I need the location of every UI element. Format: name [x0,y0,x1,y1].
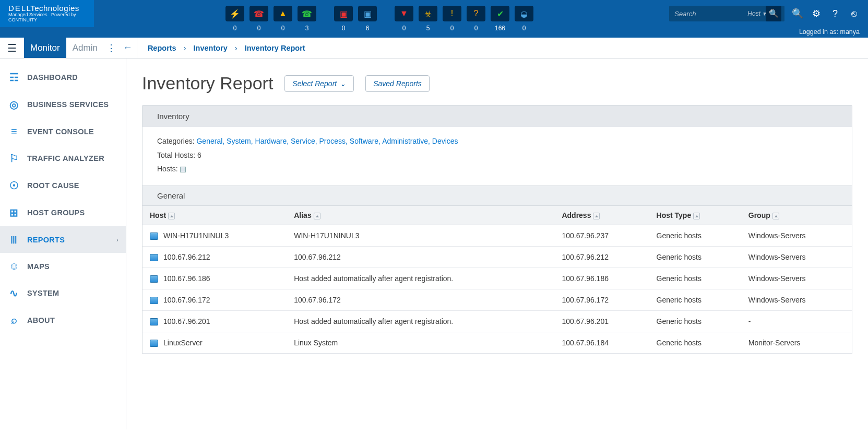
category-link[interactable]: System [227,137,251,145]
settings-icon[interactable]: ⚙ [811,8,822,19]
sidebar-item-reports[interactable]: ⫼REPORTS› [0,226,126,253]
inventory-table: HostAliasAddressHost TypeGroup WIN-H17U1… [142,205,852,354]
status-host-down-icon[interactable]: ▣0 [333,6,354,32]
tab-monitor[interactable]: Monitor [24,38,66,58]
sidebar-item-label: MAPS [27,262,50,271]
category-link[interactable]: Service [291,137,315,145]
sidebar-item-business-services[interactable]: ◎BUSINESS SERVICES [0,91,126,118]
status-phone-down-icon[interactable]: ☎0 [248,6,269,32]
hamburger-menu[interactable]: ☰ [0,38,24,58]
status-service-critical-icon[interactable]: ▼0 [394,6,414,32]
help-icon[interactable]: ? [829,8,841,19]
cell-group: Windows-Servers [741,268,852,289]
category-link[interactable]: Devices [432,137,458,145]
cell-address: 100.67.96.184 [554,332,649,353]
hosts-filter-icon[interactable] [180,167,186,172]
status-host-up-icon[interactable]: ▣6 [357,6,378,32]
sort-icon[interactable] [314,213,320,219]
sidebar-item-maps[interactable]: ☺MAPS [0,253,126,280]
sidebar-item-label: EVENT CONSOLE [27,127,94,136]
warning-icon: ▲ [274,6,292,21]
cell-host: LinuxServer [163,339,203,347]
col-host-type[interactable]: Host Type [649,205,741,225]
sort-icon[interactable] [772,213,779,219]
col-alias[interactable]: Alias [287,205,554,225]
sidebar-item-label: ABOUT [27,316,55,324]
table-row[interactable]: 100.67.96.186Host added automatically af… [142,268,852,289]
status-count: 6 [366,25,370,32]
sidebar-item-root-cause[interactable]: ☉ROOT CAUSE [0,172,126,199]
table-header-row: HostAliasAddressHost TypeGroup [142,205,852,225]
status-service-warn-icon[interactable]: ☣5 [418,6,438,32]
host-up-icon: ▣ [358,6,377,21]
status-ok-icon[interactable]: ✔166 [490,6,510,32]
cell-host-type: Generic hosts [649,289,741,310]
status-alert-icon[interactable]: !0 [442,6,462,32]
table-row[interactable]: 100.67.96.201Host added automatically af… [142,310,852,332]
crumb-inventory[interactable]: Inventory [194,44,228,52]
brand-subtext: Managed Services Powered by CONTINUITY [8,13,94,23]
sort-icon[interactable] [168,213,175,219]
chevron-down-icon: ⌄ [340,79,346,88]
more-options[interactable]: ⋮ [104,38,118,58]
categories-label: Categories: [157,137,195,145]
sidebar-item-event-console[interactable]: ≡EVENT CONSOLE [0,118,126,145]
main-content: Inventory Report Select Report ⌄ Saved R… [126,59,868,429]
category-link[interactable]: Software [350,137,378,145]
sort-icon[interactable] [693,213,700,219]
status-phone-up-icon[interactable]: ☎3 [296,6,317,32]
table-row[interactable]: LinuxServerLinux System100.67.96.184Gene… [142,332,852,353]
breadcrumb: Reports › Inventory › Inventory Report [141,38,305,58]
search-input[interactable] [674,10,747,18]
status-count: 3 [305,25,309,32]
select-report-button[interactable]: Select Report ⌄ [284,75,354,92]
sidebar-item-system[interactable]: ∿SYSTEM [0,280,126,307]
table-row[interactable]: 100.67.96.172100.67.96.172100.67.96.172G… [142,289,852,310]
sidebar-item-dashboard[interactable]: ☶DASHBOARD [0,64,126,91]
sidebar-item-label: HOST GROUPS [27,208,85,217]
back-button[interactable]: ← [118,38,137,58]
search-button[interactable]: 🔍 [766,6,781,21]
status-count: 166 [495,25,505,32]
logout-icon[interactable]: ⎋ [848,8,860,19]
category-link[interactable]: Administrative [382,137,428,145]
col-address[interactable]: Address [554,205,649,225]
cell-group: Windows-Servers [741,289,852,310]
status-count: 0 [342,25,346,32]
table-row[interactable]: 100.67.96.212100.67.96.212100.67.96.212G… [142,246,852,268]
col-host[interactable]: Host [142,205,287,225]
logged-in-user: manya [840,28,860,36]
column-label: Host Type [657,211,692,219]
title-row: Inventory Report Select Report ⌄ Saved R… [142,73,852,94]
category-link[interactable]: Process [319,137,346,145]
host-icon [150,275,158,283]
cell-host: 100.67.96.201 [163,317,210,326]
cell-group: Windows-Servers [741,246,852,268]
table-body: WIN-H17U1NINUL3WIN-H17U1NINUL3100.67.96.… [142,225,852,353]
global-search-icon[interactable]: 🔍 [792,8,803,19]
table-row[interactable]: WIN-H17U1NINUL3WIN-H17U1NINUL3100.67.96.… [142,225,852,246]
search-filter-label: Host [747,10,760,17]
tab-admin[interactable]: Admin [66,38,104,58]
sidebar-item-traffic-analyzer[interactable]: ⚐TRAFFIC ANALYZER [0,145,126,172]
cell-host-type: Generic hosts [649,310,741,332]
col-group[interactable]: Group [741,205,852,225]
sidebar-item-host-groups[interactable]: ⊞HOST GROUPS [0,199,126,226]
saved-reports-button[interactable]: Saved Reports [365,75,430,92]
search-filter-dropdown[interactable]: Host ▾ [747,10,766,17]
status-pending-icon[interactable]: ◒0 [514,6,534,32]
category-link[interactable]: Hardware [255,137,287,145]
crumb-reports[interactable]: Reports [148,44,176,52]
status-warning-icon[interactable]: ▲0 [272,6,293,32]
sort-icon[interactable] [593,213,600,219]
sidebar-item-label: SYSTEM [27,289,59,297]
category-link[interactable]: General [196,137,222,145]
status-unknown-icon[interactable]: ?0 [466,6,486,32]
cell-host-type: Generic hosts [649,268,741,289]
business-services-icon: ◎ [8,98,20,111]
brand-logo: D E L LTechnologies Managed Services Pow… [0,0,94,27]
service-warn-icon: ☣ [419,6,437,21]
logged-in-info: Logged in as: manya [799,28,860,36]
status-lightning-icon[interactable]: ⚡0 [224,6,245,32]
sidebar-item-about[interactable]: ⌕ABOUT [0,307,126,333]
